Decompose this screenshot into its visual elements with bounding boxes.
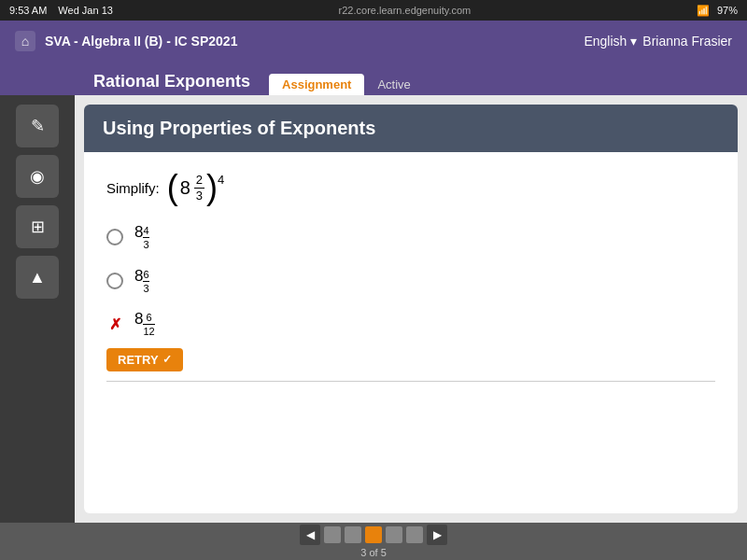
chevron-down-icon: ▾: [630, 34, 637, 49]
option-1-row: 8 4 3: [106, 223, 715, 252]
question-title: Using Properties of Exponents: [103, 118, 375, 138]
opt2-base: 8: [134, 267, 143, 286]
tab-active[interactable]: Active: [364, 74, 423, 95]
language-dropdown[interactable]: English ▾: [584, 34, 637, 49]
system-bar-right: 📶 97%: [697, 5, 738, 17]
system-bar-left: 9:53 AM Wed Jan 13: [9, 5, 113, 16]
section-title: Rational Exponents: [93, 72, 250, 95]
app-header-left: ⌂ SVA - Algebra II (B) - IC SP2021: [15, 31, 237, 51]
home-icon[interactable]: ⌂: [15, 31, 35, 51]
pagination-square-5[interactable]: [406, 526, 423, 543]
pagination-bar: ◀ ▶ 3 of 5: [0, 523, 747, 560]
section-divider: [106, 381, 715, 382]
option-1-expr: 8 4 3: [134, 223, 149, 252]
simplify-instruction: Simplify: ( 8 2 3 ) 4: [106, 171, 715, 204]
opt2-den: 3: [143, 282, 148, 295]
opt3-den: 12: [143, 325, 154, 338]
option-2-row: 8 6 3: [106, 267, 715, 296]
simplify-label: Simplify:: [106, 180, 160, 196]
sidebar: ✎ ◉ ⊞ ▲: [0, 95, 75, 523]
exp-numerator: 2: [194, 173, 204, 189]
headphones-button[interactable]: ◉: [16, 155, 59, 198]
opt3-fraction: 6 12: [143, 311, 154, 339]
user-name: Brianna Frasier: [642, 34, 732, 49]
opt1-num: 4: [143, 224, 148, 238]
opt2-fraction: 6 3: [143, 268, 148, 296]
question-card: Using Properties of Exponents Simplify: …: [84, 105, 738, 513]
option-3-row: ✗ 8 6 12: [106, 310, 715, 339]
opt3-num: 6: [143, 311, 154, 325]
battery-display: 97%: [717, 5, 738, 16]
pencil-button[interactable]: ✎: [16, 105, 59, 147]
opt1-base: 8: [134, 223, 143, 242]
app-header-right: English ▾ Brianna Frasier: [584, 34, 732, 49]
pagination-square-1[interactable]: [324, 526, 341, 543]
exp-denominator: 3: [194, 189, 204, 203]
retry-button[interactable]: RETRY ✓: [106, 348, 183, 371]
opt1-den: 3: [143, 238, 148, 251]
pagination-label: 3 of 5: [360, 547, 387, 558]
option-2-expr: 8 6 3: [134, 267, 149, 296]
wrong-mark-icon: ✗: [106, 315, 123, 332]
pagination-square-2[interactable]: [345, 526, 361, 543]
main-layout: ✎ ◉ ⊞ ▲ Using Properties of Exponents Si…: [0, 95, 747, 523]
system-bar: 9:53 AM Wed Jan 13 r22.core.learn.edgenu…: [0, 0, 747, 21]
pagination-square-4[interactable]: [386, 526, 402, 543]
sub-header: Rational Exponents Assignment Active: [0, 62, 747, 95]
outer-power: 4: [218, 173, 224, 187]
pagination-prev-button[interactable]: ◀: [300, 525, 320, 545]
retry-label: RETRY: [118, 353, 159, 367]
url-display: r22.core.learn.edgenuity.com: [339, 5, 472, 16]
answer-options: 8 4 3 8 6: [106, 223, 715, 339]
question-body: Simplify: ( 8 2 3 ) 4: [84, 152, 738, 410]
opt3-base: 8: [134, 310, 143, 329]
tab-assignment[interactable]: Assignment: [269, 74, 364, 95]
exponent-fraction: 2 3: [194, 173, 204, 203]
opt2-num: 6: [143, 268, 148, 282]
collapse-button[interactable]: ▲: [16, 256, 59, 299]
pagination-square-3[interactable]: [365, 526, 382, 543]
app-header: ⌂ SVA - Algebra II (B) - IC SP2021 Engli…: [0, 21, 747, 62]
base-number: 8: [178, 177, 192, 199]
option-1-radio[interactable]: [106, 229, 123, 245]
opt1-fraction: 4 3: [143, 224, 148, 252]
retry-check-icon: ✓: [162, 353, 172, 366]
content-area: Using Properties of Exponents Simplify: …: [75, 95, 747, 523]
wifi-icon: 📶: [697, 5, 710, 17]
tab-bar: Assignment Active: [269, 74, 424, 95]
pagination-dots: ◀ ▶: [300, 525, 447, 545]
calculator-button[interactable]: ⊞: [16, 205, 59, 248]
option-2-radio[interactable]: [106, 273, 123, 289]
right-bracket: ): [206, 171, 218, 204]
time-display: 9:53 AM: [9, 5, 47, 16]
date-display: Wed Jan 13: [58, 5, 113, 16]
language-label: English: [584, 34, 627, 49]
option-3-expr: 8 6 12: [134, 310, 155, 339]
pagination-next-button[interactable]: ▶: [427, 525, 447, 545]
left-bracket: (: [167, 171, 178, 204]
question-header: Using Properties of Exponents: [84, 105, 738, 152]
math-expression: ( 8 2 3 ) 4: [167, 171, 225, 204]
app-title: SVA - Algebra II (B) - IC SP2021: [45, 34, 237, 49]
